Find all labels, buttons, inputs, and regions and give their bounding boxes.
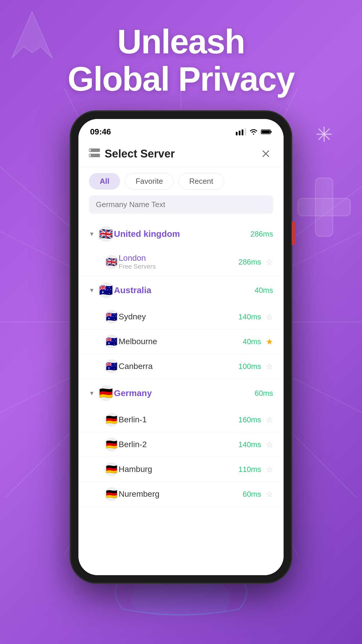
city-name: Berlin-1 (119, 415, 238, 424)
city-flag: 🇦🇺 (105, 335, 119, 349)
battery-icon (261, 129, 272, 135)
svg-line-21 (319, 129, 329, 139)
city-name: Nuremberg (119, 489, 242, 499)
wifi-icon (249, 128, 258, 135)
city-right: 286ms ☆ (238, 257, 273, 267)
city-latency: 60ms (242, 490, 261, 499)
city-info: Nuremberg (119, 489, 242, 499)
city-flag: 🇩🇪 (105, 462, 119, 476)
tab-recent[interactable]: Recent (178, 173, 224, 190)
star-inactive[interactable]: ☆ (266, 362, 273, 371)
city-flag: 🇦🇺 (105, 359, 119, 373)
star-active[interactable]: ★ (266, 337, 273, 346)
city-flag: 🇩🇪 (105, 413, 119, 427)
city-subtitle: Free Servers (119, 263, 238, 270)
svg-rect-23 (236, 132, 238, 135)
search-bar (89, 195, 273, 214)
city-info: Melbourne (119, 337, 242, 346)
city-flag: 🇦🇺 (105, 310, 119, 324)
phone-frame: 09:46 (70, 111, 292, 583)
star-inactive[interactable]: ☆ (266, 257, 273, 267)
city-latency: 286ms (238, 258, 261, 267)
country-latency: 60ms (254, 389, 273, 398)
city-row-berlin-1[interactable]: 🇩🇪 Berlin-1 160ms ☆ (78, 407, 284, 432)
star-inactive[interactable]: ☆ (266, 312, 273, 322)
country-name: Australia (114, 285, 255, 295)
city-row-london[interactable]: 🇬🇧 London Free Servers 286ms ☆ (78, 248, 284, 276)
city-name: Hamburg (119, 465, 238, 474)
server-list[interactable]: ▼ 🇬🇧 United kingdom 286ms 🇬🇧 London Free… (78, 220, 284, 575)
city-row-canberra[interactable]: 🇦🇺 Canberra 100ms ☆ (78, 354, 284, 379)
city-row-berlin-2[interactable]: 🇩🇪 Berlin-2 140ms ☆ (78, 432, 284, 457)
svg-rect-28 (262, 130, 270, 133)
city-row-sydney[interactable]: 🇦🇺 Sydney 140ms ☆ (78, 304, 284, 329)
chevron-icon: ▼ (89, 287, 95, 294)
search-input[interactable] (96, 200, 266, 209)
hero-headline: Unleash Global Privacy (0, 23, 362, 98)
app-content: Select Server All Favorite Recent (78, 139, 284, 575)
city-name: Berlin-2 (119, 440, 238, 449)
city-row-melbourne[interactable]: 🇦🇺 Melbourne 40ms ★ (78, 329, 284, 354)
country-latency: 40ms (254, 286, 273, 295)
star-inactive[interactable]: ☆ (266, 465, 273, 474)
city-latency: 140ms (238, 312, 261, 321)
country-name: United kingdom (114, 229, 250, 239)
tab-all[interactable]: All (89, 173, 120, 190)
tab-favorite[interactable]: Favorite (125, 173, 174, 190)
header-left: Select Server (89, 148, 175, 160)
country-flag: 🇦🇺 (98, 282, 114, 298)
svg-rect-26 (245, 128, 246, 135)
city-flag: 🇬🇧 (105, 255, 119, 269)
city-row-hamburg[interactable]: 🇩🇪 Hamburg 110ms ☆ (78, 457, 284, 482)
city-flag: 🇩🇪 (105, 438, 119, 452)
server-icon (89, 148, 100, 160)
svg-line-22 (319, 129, 329, 139)
star-inactive[interactable]: ☆ (266, 440, 273, 449)
status-icons (236, 128, 272, 135)
chevron-icon: ▼ (89, 390, 95, 397)
city-info: Sydney (119, 312, 238, 321)
close-button[interactable] (259, 146, 273, 161)
city-latency: 160ms (238, 415, 261, 424)
filter-tabs: All Favorite Recent (78, 167, 284, 195)
city-info: London Free Servers (119, 253, 238, 270)
bg-spark-svg (315, 125, 333, 143)
country-header-australia[interactable]: ▼ 🇦🇺 Australia 40ms (78, 276, 284, 304)
country-flag: 🇩🇪 (98, 385, 114, 401)
city-info: Berlin-1 (119, 415, 238, 424)
city-right: 100ms ☆ (238, 362, 273, 371)
city-latency: 140ms (238, 440, 261, 449)
signal-icon (236, 128, 246, 135)
country-header-germany[interactable]: ▼ 🇩🇪 Germany 60ms (78, 379, 284, 407)
city-row-nuremberg[interactable]: 🇩🇪 Nuremberg 60ms ☆ (78, 482, 284, 507)
country-header-united-kingdom[interactable]: ▼ 🇬🇧 United kingdom 286ms (78, 220, 284, 248)
country-latency: 286ms (250, 230, 273, 239)
star-inactive[interactable]: ☆ (266, 415, 273, 425)
city-right: 160ms ☆ (238, 415, 273, 425)
city-latency: 100ms (238, 362, 261, 371)
chevron-icon: ▼ (89, 231, 95, 237)
svg-rect-29 (270, 131, 272, 133)
svg-rect-25 (242, 130, 243, 135)
phone-screen: 09:46 (78, 119, 284, 575)
svg-rect-18 (298, 198, 350, 216)
app-header: Select Server (78, 139, 284, 167)
city-name: Melbourne (119, 337, 242, 346)
city-right: 140ms ☆ (238, 312, 273, 322)
svg-rect-17 (315, 178, 333, 236)
city-name: Canberra (119, 362, 238, 371)
city-latency: 110ms (238, 465, 261, 474)
city-flag: 🇩🇪 (105, 487, 119, 501)
status-bar: 09:46 (78, 119, 284, 139)
city-latency: 40ms (242, 337, 261, 346)
city-name: Sydney (119, 312, 238, 321)
city-right: 60ms ☆ (242, 489, 273, 499)
phone-mockup: 09:46 (70, 111, 292, 583)
status-time: 09:46 (90, 127, 111, 136)
city-name: London (119, 253, 238, 263)
star-inactive[interactable]: ☆ (266, 489, 273, 499)
city-info: Hamburg (119, 465, 238, 474)
country-name: Germany (114, 388, 255, 398)
city-right: 110ms ☆ (238, 465, 273, 474)
city-right: 140ms ☆ (238, 440, 273, 449)
